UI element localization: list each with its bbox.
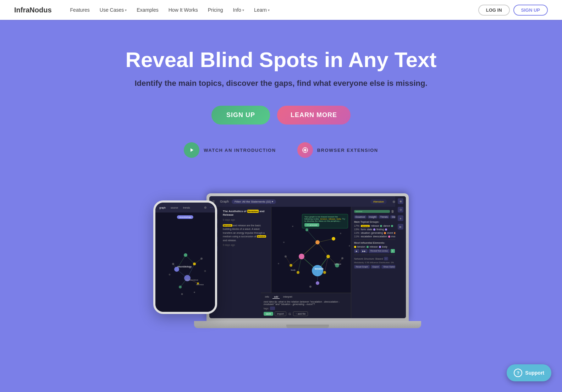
brand-logo[interactable]: InfraNodus — [14, 6, 52, 14]
nav-learn[interactable]: Learn ▾ — [250, 5, 274, 15]
svg-line-30 — [302, 242, 318, 256]
right-sidebar-icon-3[interactable]: ▲ — [398, 215, 403, 221]
signup-nav-button[interactable]: SIGN UP — [513, 5, 548, 16]
svg-point-19 — [179, 286, 182, 288]
laptop-screen-frame: ≡ Graph Filter: All the Statements (32) … — [206, 193, 409, 321]
dot-purple-1 — [373, 228, 375, 231]
rp-inf-tension: tension — [357, 245, 365, 248]
right-sidebar-icon-2[interactable]: ⚙ — [398, 207, 403, 212]
bp-tab-add[interactable]: add — [272, 295, 280, 299]
svg-point-52 — [326, 255, 330, 258]
right-sidebar-icon-4[interactable]: ▶ — [398, 224, 403, 230]
laptop-mockup: ≡ Graph Filter: All the Statements (32) … — [206, 193, 409, 328]
bp-addfile-btn[interactable]: ↑ add file — [293, 311, 308, 316]
svg-point-23 — [169, 274, 171, 276]
svg-point-26 — [194, 292, 195, 293]
bp-tab-info[interactable]: info — [264, 295, 270, 299]
tension-inline: tension — [223, 224, 232, 227]
article-timestamp: 9 days ago — [223, 219, 268, 221]
svg-point-62 — [309, 286, 312, 288]
body-timestamp: 9 days ago — [223, 244, 268, 246]
nav-how-it-works[interactable]: How It Works — [164, 5, 202, 15]
rp-mini-btn-2[interactable]: ▶▶ — [360, 249, 368, 253]
rp-tab-insight[interactable]: Insight — [368, 215, 378, 219]
laptop-graph-tab: Graph — [220, 200, 229, 203]
nav-examples[interactable]: Examples — [132, 5, 162, 15]
rp-inf-body: body — [382, 245, 387, 248]
video-link-text: WATCH AN INTRODUCTION — [204, 148, 276, 153]
laptop-base — [194, 321, 421, 328]
laptop-search-box[interactable]: #tension — [370, 199, 387, 204]
nav-actions: LOG IN SIGN UP — [478, 5, 548, 16]
laptop-filter-badge: Filter: All the Statements (32) ▾ — [232, 199, 276, 204]
svg-point-51 — [332, 237, 335, 241]
nav-pricing[interactable]: Pricing — [204, 5, 227, 15]
svg-line-31 — [318, 239, 334, 242]
reset-graph-btn[interactable]: Reset Graph — [354, 265, 370, 269]
svg-point-43 — [292, 226, 293, 227]
hero-subtitle: Identify the main topics, discover the g… — [7, 79, 555, 88]
svg-text:body: body — [291, 269, 296, 271]
rp-mini-btn-1[interactable]: ▶ — [354, 249, 359, 253]
signup-hero-button[interactable]: SIGN UP — [211, 106, 270, 125]
nav-use-cases[interactable]: Use Cases ▾ — [95, 5, 131, 15]
phone-tab-source: source — [169, 206, 180, 210]
rp-situation: situation — [361, 232, 370, 234]
svg-point-47 — [278, 263, 279, 264]
svg-point-55 — [290, 264, 292, 267]
hero-links: WATCH AN INTRODUCTION BROWSER EXTENSION — [7, 142, 555, 158]
svg-point-58 — [323, 271, 326, 274]
phone-actions-icon: ⋯ — [210, 206, 213, 209]
login-button[interactable]: LOG IN — [478, 5, 510, 16]
proceed-button[interactable]: >> proceed — [304, 223, 319, 227]
rp-tension-badge: tension — [354, 210, 390, 213]
hero-title: Reveal Blind Spots in Any Text — [7, 48, 555, 72]
rp-tab-essence[interactable]: Essence — [354, 215, 367, 219]
dot-green-inf — [367, 246, 369, 248]
phone-tab-trends: trends — [181, 206, 192, 210]
graph-overlay-message: Your graph is too biased toward the foll… — [302, 214, 348, 228]
bp-tags-label: tags: — [264, 307, 269, 310]
svg-point-45 — [283, 242, 285, 243]
rp-tension-tag: tension — [361, 225, 370, 227]
svg-point-17 — [193, 263, 196, 265]
navigation: InfraNodus Features Use Cases ▾ Examples… — [0, 0, 562, 20]
rp-network-label: Network Structure: Biased — [354, 258, 383, 260]
svg-line-32 — [318, 242, 328, 256]
svg-line-8 — [186, 255, 194, 264]
phone-search-icon: ⊕ — [204, 206, 207, 209]
learn-more-button[interactable]: LEARN MORE — [277, 106, 351, 125]
dot-orange-1 — [384, 232, 386, 234]
bp-import-btn[interactable]: import — [275, 311, 286, 316]
rp-finding: finding — [376, 228, 384, 231]
dot-pink-1 — [388, 236, 390, 238]
tension-highlight: tension — [247, 210, 259, 213]
chevron-down-icon: ▾ — [268, 8, 270, 12]
svg-point-53 — [305, 228, 308, 231]
rp-pct-4: 11%: — [354, 235, 360, 238]
extension-icon — [297, 142, 313, 158]
laptop-topbar: ≡ Graph Filter: All the Statements (32) … — [209, 196, 406, 207]
svg-point-61 — [341, 257, 343, 259]
screenshots-section: graph source trends ⊕ ⋯ neurobiology — [0, 193, 562, 328]
extension-link[interactable]: BROWSER EXTENSION — [297, 142, 378, 158]
rp-info-btn[interactable]: i — [384, 257, 388, 260]
reveal-non-arxiv-btn[interactable]: Reveal Non-arxius — [369, 249, 390, 253]
export-btn[interactable]: Export — [371, 265, 380, 269]
hero-section: Reveal Blind Spots in Any Text Identify … — [0, 20, 562, 190]
nav-features[interactable]: Features — [66, 5, 94, 15]
tension-badge-text: tension — [356, 210, 362, 212]
nav-info[interactable]: Info ▾ — [229, 5, 248, 15]
rp-tab-trends[interactable]: Trends — [379, 215, 389, 219]
svg-point-57 — [297, 271, 299, 274]
svg-point-44 — [340, 233, 341, 234]
support-button[interactable]: ? Support — [507, 364, 551, 381]
bp-save-btn[interactable]: save — [264, 312, 273, 316]
bp-tab-interpret[interactable]: interpret — [282, 295, 294, 299]
chevron-down-icon: ▾ — [125, 8, 127, 12]
phone-graph-svg: neurobiology neuroscience nervous — [155, 212, 215, 312]
svg-marker-0 — [191, 148, 193, 152]
right-sidebar-icon-1[interactable]: ◉ — [398, 198, 403, 204]
video-link[interactable]: WATCH AN INTRODUCTION — [184, 142, 276, 158]
google-icon: G — [288, 312, 291, 316]
